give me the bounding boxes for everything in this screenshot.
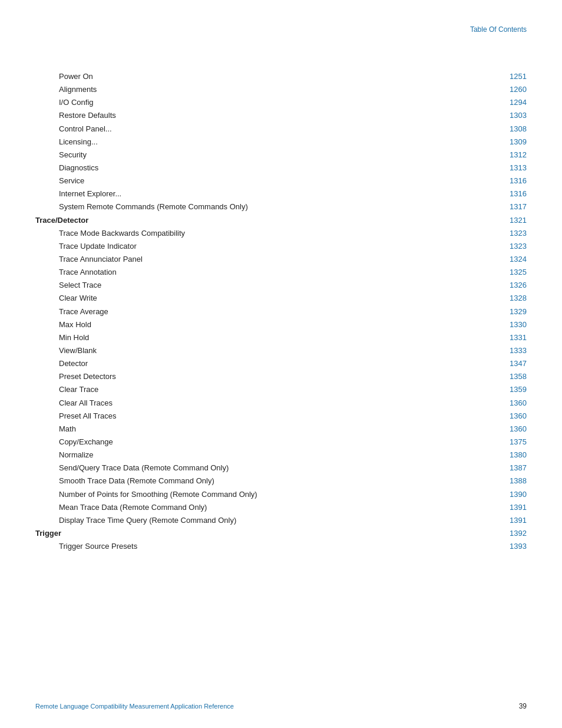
toc-dots: [114, 131, 501, 131]
toc-dots: [139, 248, 501, 249]
toc-page[interactable]: 1316: [503, 175, 527, 187]
page-container: Table Of Contents Power On1251Alignments…: [0, 0, 562, 728]
toc-page[interactable]: 1316: [503, 188, 527, 200]
toc-page[interactable]: 1358: [503, 371, 527, 383]
toc-page[interactable]: 1309: [503, 136, 527, 148]
toc-row: Smooth Trace Data (Remote Command Only)1…: [35, 475, 527, 487]
toc-dots: [95, 78, 501, 79]
toc-page[interactable]: 1313: [503, 162, 527, 174]
toc-dots: [119, 274, 501, 275]
toc-dots: [115, 444, 501, 444]
toc-row: Trace Annunciator Panel1324: [35, 253, 527, 265]
toc-row: Display Trace Time Query (Remote Command…: [35, 515, 527, 526]
toc-row: Mean Trace Data (Remote Command Only)139…: [35, 502, 527, 513]
toc-row: Restore Defaults1303: [35, 110, 527, 121]
toc-page[interactable]: 1294: [503, 97, 527, 108]
toc-page[interactable]: 1347: [503, 358, 527, 370]
toc-page[interactable]: 1387: [503, 462, 527, 474]
toc-dots: [124, 196, 501, 196]
toc-page[interactable]: 1380: [503, 449, 527, 461]
toc-row: Alignments1260: [35, 84, 527, 95]
toc-link[interactable]: Table Of Contents: [470, 25, 527, 34]
toc-page[interactable]: 1360: [503, 410, 527, 422]
toc-title: Trace/Detector: [35, 215, 88, 226]
toc-page[interactable]: 1324: [503, 253, 527, 265]
toc-row: Max Hold1330: [35, 319, 527, 331]
toc-title: Clear All Traces: [35, 397, 113, 409]
toc-title: Mean Trace Data (Remote Command Only): [35, 502, 207, 513]
toc-page[interactable]: 1359: [503, 384, 527, 396]
toc-row: Normalize1380: [35, 449, 527, 461]
toc-page[interactable]: 1360: [503, 397, 527, 409]
toc-page[interactable]: 1251: [503, 71, 527, 83]
toc-dots: [115, 405, 501, 406]
toc-dots: [239, 522, 501, 523]
toc-title: Trace Annotation: [35, 266, 117, 278]
toc-dots: [104, 287, 501, 288]
toc-page[interactable]: 1330: [503, 319, 527, 331]
toc-title: Math: [35, 423, 76, 435]
toc-title: Smooth Trace Data (Remote Command Only): [35, 475, 214, 487]
toc-page[interactable]: 1391: [503, 515, 527, 526]
toc-dots: [100, 300, 501, 301]
toc-page[interactable]: 1375: [503, 436, 527, 448]
toc-table: Power On1251Alignments1260I/O Config1294…: [35, 71, 527, 552]
toc-row: Copy/Exchange1375: [35, 436, 527, 448]
toc-dots: [99, 91, 501, 92]
toc-title: Number of Points for Smoothing (Remote C…: [35, 489, 257, 500]
toc-row: Internet Explorer...1316: [35, 188, 527, 200]
toc-title: Send/Query Trace Data (Remote Command On…: [35, 462, 229, 474]
toc-dots: [187, 235, 501, 236]
toc-row: I/O Config1294: [35, 97, 527, 108]
toc-row: Trace Mode Backwards Compatibility1323: [35, 228, 527, 239]
toc-page[interactable]: 1328: [503, 292, 527, 304]
toc-page[interactable]: 1260: [503, 84, 527, 95]
toc-dots: [231, 470, 501, 470]
toc-dots: [260, 496, 501, 497]
toc-page[interactable]: 1325: [503, 266, 527, 278]
toc-dots: [89, 157, 501, 157]
toc-page[interactable]: 1323: [503, 228, 527, 239]
toc-dots: [78, 431, 501, 431]
toc-row: Clear Trace1359: [35, 384, 527, 396]
toc-row: Trigger Source Presets1393: [35, 541, 527, 552]
toc-page[interactable]: 1321: [503, 215, 527, 226]
toc-page[interactable]: 1333: [503, 345, 527, 357]
toc-dots: [250, 209, 501, 209]
toc-page[interactable]: 1329: [503, 306, 527, 318]
toc-title: Trigger Source Presets: [35, 541, 137, 552]
toc-page[interactable]: 1360: [503, 423, 527, 435]
toc-title: Detector: [35, 358, 88, 370]
toc-dots: [99, 353, 501, 353]
toc-page[interactable]: 1323: [503, 241, 527, 252]
toc-page[interactable]: 1308: [503, 123, 527, 135]
toc-row: Trace Average1329: [35, 306, 527, 318]
toc-dots: [100, 144, 501, 144]
toc-dots: [87, 183, 501, 183]
footer-page: 39: [519, 702, 527, 710]
toc-row: Licensing...1309: [35, 136, 527, 148]
toc-page[interactable]: 1393: [503, 541, 527, 552]
toc-page[interactable]: 1303: [503, 110, 527, 121]
toc-title: Control Panel...: [35, 123, 112, 135]
toc-title: Normalize: [35, 449, 94, 461]
toc-page[interactable]: 1391: [503, 502, 527, 513]
toc-row: Service1316: [35, 175, 527, 187]
toc-row: Power On1251: [35, 71, 527, 83]
toc-row: Math1360: [35, 423, 527, 435]
toc-page[interactable]: 1388: [503, 475, 527, 487]
toc-page[interactable]: 1390: [503, 489, 527, 500]
toc-page[interactable]: 1312: [503, 149, 527, 161]
toc-dots: [118, 117, 501, 118]
toc-page[interactable]: 1331: [503, 332, 527, 344]
toc-row: Send/Query Trace Data (Remote Command On…: [35, 462, 527, 474]
toc-dots: [217, 483, 501, 483]
toc-page[interactable]: 1326: [503, 279, 527, 291]
toc-title: Trace Update Indicator: [35, 241, 137, 252]
toc-title: Restore Defaults: [35, 110, 116, 121]
toc-dots: [94, 327, 501, 327]
toc-dots: [101, 391, 501, 392]
toc-row: Trace Annotation1325: [35, 266, 527, 278]
toc-page[interactable]: 1317: [503, 201, 527, 213]
toc-page[interactable]: 1392: [503, 528, 527, 539]
